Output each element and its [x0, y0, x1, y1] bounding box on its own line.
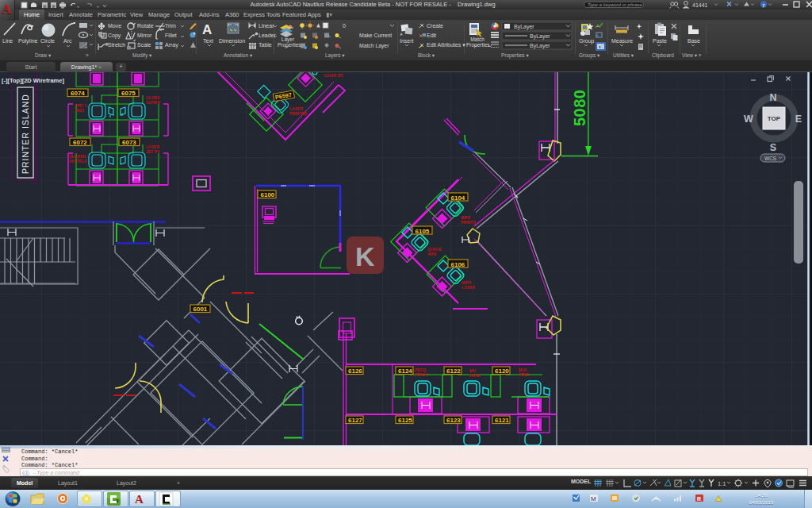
- svg-text:1:1: 1:1: [718, 480, 726, 487]
- svg-text:W: W: [744, 114, 753, 125]
- svg-text:ByLayer: ByLayer: [530, 43, 550, 49]
- svg-text:6072: 6072: [73, 139, 87, 146]
- svg-text:ByLayer: ByLayer: [530, 33, 550, 40]
- svg-text:6126: 6126: [348, 368, 362, 375]
- svg-text:PRN9: PRN9: [469, 373, 481, 378]
- svg-text:5080: 5080: [571, 90, 588, 127]
- svg-text:6120: 6120: [495, 368, 509, 375]
- svg-text:N: N: [769, 92, 776, 103]
- svg-text:6106: 6106: [451, 261, 465, 268]
- svg-text:?: ?: [762, 2, 765, 9]
- svg-text:6100: 6100: [261, 191, 275, 198]
- svg-text:CHAIR DR: CHAIR DR: [324, 73, 343, 78]
- svg-text:LASER: LASER: [462, 285, 475, 290]
- svg-text:[-][Top][2D Wireframe]: [-][Top][2D Wireframe]: [2, 77, 64, 84]
- svg-text:COVER: COVER: [146, 100, 160, 105]
- svg-text:8921: 8921: [75, 108, 84, 113]
- svg-text:E: E: [795, 114, 802, 125]
- svg-text:A: A: [135, 493, 144, 506]
- svg-text:ByLayer: ByLayer: [514, 24, 534, 30]
- svg-text:A: A: [202, 22, 212, 37]
- svg-text:SATTELS: SATTELS: [69, 159, 87, 164]
- svg-text:PRINTQ: PRINTQ: [461, 220, 476, 225]
- svg-text:41441: 41441: [692, 2, 708, 8]
- svg-text:6123: 6123: [446, 417, 461, 424]
- svg-text:0: 0: [343, 23, 346, 29]
- svg-text:6073: 6073: [122, 139, 136, 146]
- svg-text:PRN5: PRN5: [519, 372, 530, 377]
- svg-text:◑: ◑: [598, 44, 601, 49]
- svg-text:WCS: WCS: [764, 156, 777, 161]
- svg-text:6105: 6105: [416, 228, 430, 235]
- svg-text:TOP: TOP: [768, 115, 781, 122]
- svg-text:6122: 6122: [446, 368, 461, 375]
- svg-text:PRINTER ISLAND: PRINTER ISLAND: [21, 94, 30, 174]
- svg-text:6075: 6075: [121, 90, 136, 97]
- svg-text:R: R: [697, 496, 701, 502]
- svg-text:6104: 6104: [451, 194, 465, 202]
- svg-text:4450: 4450: [427, 252, 436, 256]
- svg-text:S: S: [770, 142, 776, 153]
- svg-text:JET P4: JET P4: [146, 149, 159, 154]
- svg-text:PRN04: PRN04: [415, 372, 427, 377]
- svg-text:6127: 6127: [348, 417, 362, 424]
- svg-text:6074: 6074: [71, 90, 85, 97]
- svg-text:6001: 6001: [193, 306, 208, 313]
- svg-text:PRINTER: PRINTER: [289, 111, 307, 116]
- svg-text:K: K: [355, 241, 375, 271]
- svg-text:M: M: [591, 495, 596, 502]
- svg-text:6125: 6125: [398, 417, 412, 424]
- svg-text:6124: 6124: [398, 368, 412, 375]
- svg-text:6121: 6121: [495, 417, 509, 424]
